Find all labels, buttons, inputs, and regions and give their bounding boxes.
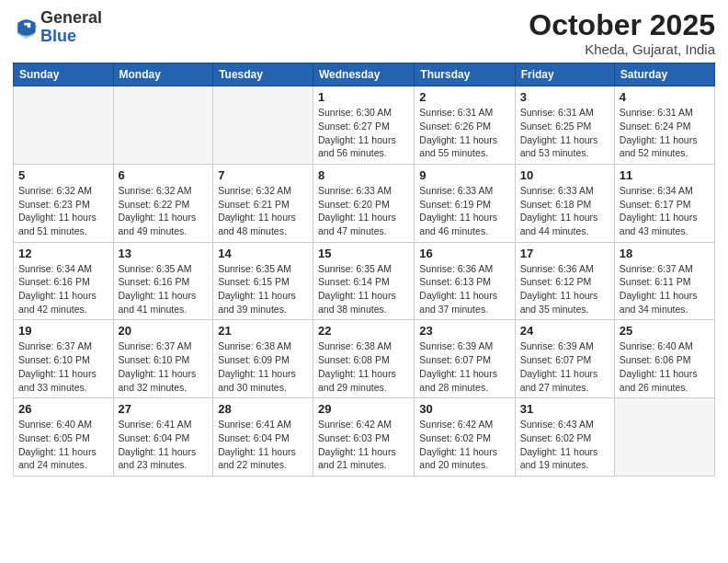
day-info: Sunrise: 6:33 AM Sunset: 6:19 PM Dayligh… xyxy=(419,184,509,238)
day-number: 3 xyxy=(520,90,609,104)
day-info: Sunrise: 6:40 AM Sunset: 6:06 PM Dayligh… xyxy=(620,339,710,394)
day-info: Sunrise: 6:36 AM Sunset: 6:13 PM Dayligh… xyxy=(419,262,509,316)
table-row: 28Sunrise: 6:41 AM Sunset: 6:04 PM Dayli… xyxy=(213,398,313,477)
location-subtitle: Kheda, Gujarat, India xyxy=(529,41,715,57)
day-number: 8 xyxy=(318,168,409,182)
day-info: Sunrise: 6:38 AM Sunset: 6:09 PM Dayligh… xyxy=(218,339,308,394)
day-number: 17 xyxy=(520,247,609,260)
day-number: 5 xyxy=(18,168,108,182)
day-info: Sunrise: 6:37 AM Sunset: 6:11 PM Dayligh… xyxy=(620,262,710,316)
logo-text: General Blue xyxy=(40,9,102,46)
day-info: Sunrise: 6:37 AM Sunset: 6:10 PM Dayligh… xyxy=(119,339,209,394)
table-row xyxy=(213,86,313,165)
day-number: 23 xyxy=(419,324,509,338)
calendar-week-row: 19Sunrise: 6:37 AM Sunset: 6:10 PM Dayli… xyxy=(14,320,715,398)
day-info: Sunrise: 6:35 AM Sunset: 6:16 PM Dayligh… xyxy=(119,262,209,316)
table-row: 23Sunrise: 6:39 AM Sunset: 6:07 PM Dayli… xyxy=(415,320,515,398)
month-title: October 2025 xyxy=(529,9,715,41)
day-number: 29 xyxy=(318,402,409,416)
logo-general: General xyxy=(40,9,102,28)
day-number: 18 xyxy=(620,247,710,260)
table-row: 14Sunrise: 6:35 AM Sunset: 6:15 PM Dayli… xyxy=(213,242,313,320)
day-info: Sunrise: 6:42 AM Sunset: 6:03 PM Dayligh… xyxy=(318,418,409,472)
table-row: 21Sunrise: 6:38 AM Sunset: 6:09 PM Dayli… xyxy=(213,320,313,398)
day-number: 15 xyxy=(318,247,409,260)
table-row: 13Sunrise: 6:35 AM Sunset: 6:16 PM Dayli… xyxy=(113,242,213,320)
logo-icon xyxy=(13,15,39,40)
col-saturday: Saturday xyxy=(614,63,714,86)
day-number: 2 xyxy=(419,90,509,104)
table-row: 2Sunrise: 6:31 AM Sunset: 6:26 PM Daylig… xyxy=(415,86,515,165)
table-row: 4Sunrise: 6:31 AM Sunset: 6:24 PM Daylig… xyxy=(614,86,714,165)
day-info: Sunrise: 6:37 AM Sunset: 6:10 PM Dayligh… xyxy=(18,339,108,394)
day-info: Sunrise: 6:41 AM Sunset: 6:04 PM Dayligh… xyxy=(218,418,308,472)
day-info: Sunrise: 6:43 AM Sunset: 6:02 PM Dayligh… xyxy=(520,418,609,472)
table-row: 15Sunrise: 6:35 AM Sunset: 6:14 PM Dayli… xyxy=(313,242,415,320)
calendar-week-row: 12Sunrise: 6:34 AM Sunset: 6:16 PM Dayli… xyxy=(14,242,715,320)
day-info: Sunrise: 6:41 AM Sunset: 6:04 PM Dayligh… xyxy=(119,418,209,472)
table-row: 29Sunrise: 6:42 AM Sunset: 6:03 PM Dayli… xyxy=(313,398,415,477)
day-number: 13 xyxy=(119,247,209,260)
table-row: 8Sunrise: 6:33 AM Sunset: 6:20 PM Daylig… xyxy=(313,164,415,242)
day-number: 12 xyxy=(18,247,108,260)
day-number: 28 xyxy=(218,402,308,416)
logo-blue: Blue xyxy=(40,28,102,46)
table-row: 31Sunrise: 6:43 AM Sunset: 6:02 PM Dayli… xyxy=(515,398,614,477)
table-row: 27Sunrise: 6:41 AM Sunset: 6:04 PM Dayli… xyxy=(113,398,213,477)
calendar-week-row: 5Sunrise: 6:32 AM Sunset: 6:23 PM Daylig… xyxy=(14,164,715,242)
day-info: Sunrise: 6:35 AM Sunset: 6:15 PM Dayligh… xyxy=(218,262,308,316)
table-row: 12Sunrise: 6:34 AM Sunset: 6:16 PM Dayli… xyxy=(14,242,114,320)
day-info: Sunrise: 6:31 AM Sunset: 6:25 PM Dayligh… xyxy=(520,106,609,160)
day-number: 31 xyxy=(520,402,609,416)
day-info: Sunrise: 6:39 AM Sunset: 6:07 PM Dayligh… xyxy=(520,339,609,394)
day-number: 9 xyxy=(419,168,509,182)
table-row: 10Sunrise: 6:33 AM Sunset: 6:18 PM Dayli… xyxy=(515,164,614,242)
day-number: 10 xyxy=(520,168,609,182)
day-info: Sunrise: 6:38 AM Sunset: 6:08 PM Dayligh… xyxy=(318,339,409,394)
logo: General Blue xyxy=(13,9,102,46)
day-number: 22 xyxy=(318,324,409,338)
table-row: 22Sunrise: 6:38 AM Sunset: 6:08 PM Dayli… xyxy=(313,320,415,398)
table-row: 18Sunrise: 6:37 AM Sunset: 6:11 PM Dayli… xyxy=(614,242,714,320)
col-thursday: Thursday xyxy=(415,63,515,86)
day-info: Sunrise: 6:39 AM Sunset: 6:07 PM Dayligh… xyxy=(419,339,509,394)
day-number: 14 xyxy=(218,247,308,260)
col-monday: Monday xyxy=(113,63,213,86)
table-row: 30Sunrise: 6:42 AM Sunset: 6:02 PM Dayli… xyxy=(415,398,515,477)
col-friday: Friday xyxy=(515,63,614,86)
table-row: 25Sunrise: 6:40 AM Sunset: 6:06 PM Dayli… xyxy=(614,320,714,398)
day-info: Sunrise: 6:32 AM Sunset: 6:21 PM Dayligh… xyxy=(218,184,308,238)
calendar: Sunday Monday Tuesday Wednesday Thursday… xyxy=(13,63,715,477)
table-row xyxy=(14,86,114,165)
col-tuesday: Tuesday xyxy=(213,63,313,86)
day-info: Sunrise: 6:34 AM Sunset: 6:16 PM Dayligh… xyxy=(18,262,108,316)
day-info: Sunrise: 6:42 AM Sunset: 6:02 PM Dayligh… xyxy=(419,418,509,472)
day-number: 1 xyxy=(318,90,409,104)
table-row: 19Sunrise: 6:37 AM Sunset: 6:10 PM Dayli… xyxy=(14,320,114,398)
day-number: 11 xyxy=(620,168,710,182)
day-info: Sunrise: 6:31 AM Sunset: 6:26 PM Dayligh… xyxy=(419,106,509,160)
day-info: Sunrise: 6:33 AM Sunset: 6:18 PM Dayligh… xyxy=(520,184,609,238)
day-number: 30 xyxy=(419,402,509,416)
day-info: Sunrise: 6:35 AM Sunset: 6:14 PM Dayligh… xyxy=(318,262,409,316)
table-row: 20Sunrise: 6:37 AM Sunset: 6:10 PM Dayli… xyxy=(113,320,213,398)
table-row: 26Sunrise: 6:40 AM Sunset: 6:05 PM Dayli… xyxy=(14,398,114,477)
day-number: 24 xyxy=(520,324,609,338)
table-row: 3Sunrise: 6:31 AM Sunset: 6:25 PM Daylig… xyxy=(515,86,614,165)
table-row: 1Sunrise: 6:30 AM Sunset: 6:27 PM Daylig… xyxy=(313,86,415,165)
day-number: 6 xyxy=(119,168,209,182)
day-info: Sunrise: 6:32 AM Sunset: 6:22 PM Dayligh… xyxy=(119,184,209,238)
col-wednesday: Wednesday xyxy=(313,63,415,86)
table-row: 9Sunrise: 6:33 AM Sunset: 6:19 PM Daylig… xyxy=(415,164,515,242)
day-number: 16 xyxy=(419,247,509,260)
table-row: 16Sunrise: 6:36 AM Sunset: 6:13 PM Dayli… xyxy=(415,242,515,320)
day-number: 25 xyxy=(620,324,710,338)
header: General Blue October 2025 Kheda, Gujarat… xyxy=(13,9,715,57)
day-number: 27 xyxy=(119,402,209,416)
day-info: Sunrise: 6:32 AM Sunset: 6:23 PM Dayligh… xyxy=(18,184,108,238)
day-number: 21 xyxy=(218,324,308,338)
day-info: Sunrise: 6:30 AM Sunset: 6:27 PM Dayligh… xyxy=(318,106,409,160)
table-row: 17Sunrise: 6:36 AM Sunset: 6:12 PM Dayli… xyxy=(515,242,614,320)
day-info: Sunrise: 6:36 AM Sunset: 6:12 PM Dayligh… xyxy=(520,262,609,316)
table-row: 11Sunrise: 6:34 AM Sunset: 6:17 PM Dayli… xyxy=(614,164,714,242)
